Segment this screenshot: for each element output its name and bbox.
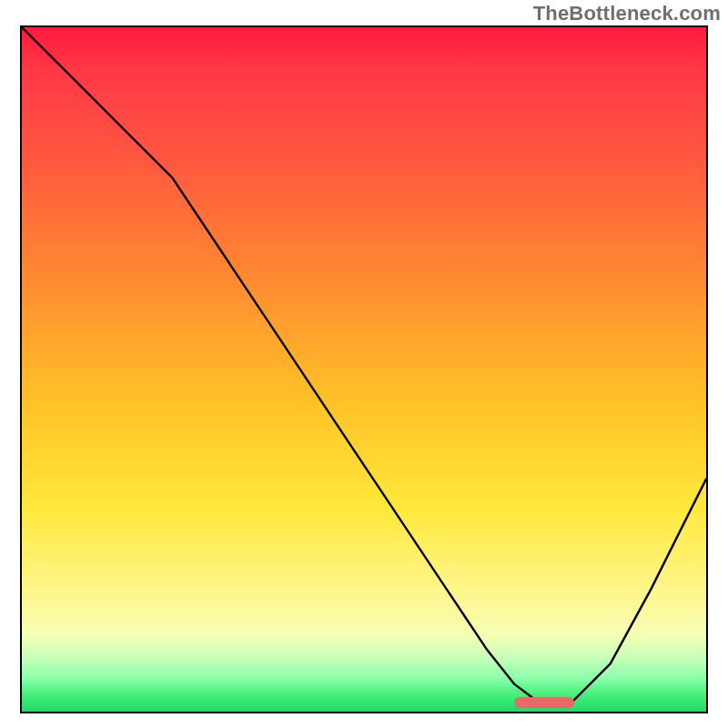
plot-frame <box>20 25 708 713</box>
optimal-range-marker <box>514 697 574 708</box>
bottleneck-curve <box>22 27 706 712</box>
chart-stage: TheBottleneck.com <box>0 0 728 728</box>
watermark-text: TheBottleneck.com <box>533 2 721 25</box>
